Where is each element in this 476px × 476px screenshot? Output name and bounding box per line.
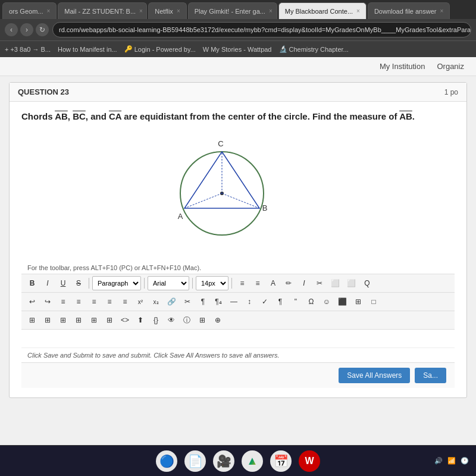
login-icon: 🔑 <box>124 45 133 53</box>
bookmark-4[interactable]: W My Stories - Wattpad <box>203 46 272 53</box>
size-select[interactable]: 14px <box>196 276 228 290</box>
quote-button[interactable]: " <box>289 295 303 309</box>
address-bar-row: ‹ › ↻ rd.com/webapps/bb-social-learning-… <box>0 19 476 40</box>
taskbar-drive-icon[interactable]: ▲ <box>242 450 263 472</box>
bottom-bar: Save All Answers Sa... <box>21 362 455 388</box>
hr-button[interactable]: — <box>227 295 241 309</box>
underline-button[interactable]: U <box>56 276 70 290</box>
indent-left-button[interactable]: ≡ <box>56 295 70 309</box>
align-left-button[interactable]: ≡ <box>87 295 101 309</box>
tab-gimkit[interactable]: Play Gimkit! - Enter ga... × <box>188 2 277 19</box>
taskbar-chrome-icon[interactable]: 🔵 <box>156 450 177 472</box>
para3-button[interactable]: ¶ <box>273 295 287 309</box>
tab-close-icon[interactable]: × <box>177 8 180 14</box>
grid5-button[interactable]: ⊞ <box>87 313 101 327</box>
tab-mail[interactable]: Mail - ZZ STUDENT: B... × <box>58 2 147 19</box>
grid1-button[interactable]: ⊞ <box>25 313 39 327</box>
bookmark-2[interactable]: How to Manifest in... <box>58 46 117 53</box>
taskbar-calendar-icon[interactable]: 📅 <box>270 450 292 472</box>
taskbar-docs-icon[interactable]: 📄 <box>184 450 206 472</box>
tab-close-icon[interactable]: × <box>356 8 360 14</box>
tab-download[interactable]: Download file answer × <box>368 2 450 19</box>
unlink-button[interactable]: ✂ <box>180 295 195 309</box>
omega-button[interactable]: Ω <box>304 295 318 309</box>
anchor-button[interactable]: ⬆ <box>133 313 148 327</box>
taskbar-meet-icon[interactable]: 🎥 <box>213 450 234 472</box>
emoji-button[interactable]: ☺ <box>320 295 334 309</box>
format-button[interactable]: I <box>297 276 311 290</box>
expand-button[interactable]: □ <box>367 295 381 309</box>
save-all-button[interactable]: Save All Answers <box>339 368 410 383</box>
tab-close-icon[interactable]: × <box>139 8 143 14</box>
strikethrough-button[interactable]: S <box>71 276 86 290</box>
grid4-button[interactable]: ⊞ <box>71 313 86 327</box>
organize-link[interactable]: Organiz <box>437 62 464 71</box>
back-button[interactable]: ‹ <box>5 23 18 36</box>
font-select[interactable]: Arial <box>148 276 189 290</box>
grid2-button[interactable]: ⊞ <box>40 313 55 327</box>
chord-ca: CA <box>109 111 121 121</box>
indent-right-button[interactable]: ≡ <box>71 295 86 309</box>
code-button[interactable]: <> <box>118 313 132 327</box>
answer-instructions: Click Save and Submit to save and submit… <box>21 347 455 362</box>
tab-netflix[interactable]: Netflix × <box>148 2 186 19</box>
search-button[interactable]: Q <box>360 276 374 290</box>
list-ol-button[interactable]: ≡ <box>250 276 265 290</box>
question-points: 1 po <box>444 88 458 96</box>
tab-close-icon[interactable]: × <box>46 8 50 14</box>
redo-button[interactable]: ↪ <box>40 295 55 309</box>
paste-button[interactable]: ⬜ <box>344 276 359 290</box>
insert-button[interactable]: ⊞ <box>195 313 209 327</box>
list-ul-button[interactable]: ≡ <box>235 276 249 290</box>
bookmark-5[interactable]: 🔬 Chemistry Chapter... <box>279 45 349 53</box>
toolbar-row2: ↩ ↪ ≡ ≡ ≡ ≡ ≡ x² x₂ 🔗 ✂ ¶ ¶₄ — ↕ ✓ ¶ " Ω… <box>21 292 455 311</box>
taskbar-office-icon[interactable]: W <box>299 450 320 472</box>
highlight-button[interactable]: ✏ <box>281 276 296 290</box>
link-button[interactable]: 🔗 <box>164 295 179 309</box>
italic-button[interactable]: I <box>40 276 55 290</box>
grid6-button[interactable]: ⊞ <box>102 313 117 327</box>
align-right-button[interactable]: ≡ <box>118 295 132 309</box>
flag-button[interactable]: ⬛ <box>335 295 350 309</box>
circle-diagram: C B A <box>162 131 281 250</box>
para-button[interactable]: ¶ <box>196 295 210 309</box>
superscript-button[interactable]: x² <box>133 295 148 309</box>
tab-close-icon[interactable]: × <box>269 8 273 14</box>
tab-close-icon[interactable]: × <box>440 8 443 14</box>
plus-button[interactable]: ⊕ <box>211 313 225 327</box>
table-button[interactable]: ⊞ <box>351 295 365 309</box>
braces-button[interactable]: {} <box>149 313 163 327</box>
tab-label: Download file answer <box>374 8 437 15</box>
sub-sup-button[interactable]: ↕ <box>242 295 256 309</box>
answer-input-area[interactable] <box>21 329 455 347</box>
bold-button[interactable]: B <box>25 276 39 290</box>
tab-blackboard[interactable]: My Blackboard Conte... × <box>278 2 367 19</box>
cut-icon-button[interactable]: ✂ <box>312 276 327 290</box>
address-bar[interactable]: rd.com/webapps/bb-social-learning-BB5944… <box>52 22 471 37</box>
copy-button[interactable]: ⬜ <box>328 276 343 290</box>
preview-button[interactable]: 👁 <box>164 313 178 327</box>
top-nav: My Institution Organiz <box>0 57 476 76</box>
bookmark-1[interactable]: + +3 8a0 → B... <box>5 46 51 53</box>
font-color-button[interactable]: A <box>266 276 280 290</box>
answer-text-input[interactable] <box>21 330 455 347</box>
separator <box>231 278 232 289</box>
undo-button[interactable]: ↩ <box>25 295 39 309</box>
style-select[interactable]: Paragraph <box>92 276 141 290</box>
check-button[interactable]: ✓ <box>258 295 272 309</box>
question-prefix: Chords <box>21 111 55 121</box>
wattpad-icon: W <box>203 46 209 53</box>
diagram-container: C B A ↖ <box>21 131 455 250</box>
tab-geom[interactable]: ors Geom... × <box>2 2 57 19</box>
my-institution-link[interactable]: My Institution <box>380 62 425 71</box>
align-center-button[interactable]: ≡ <box>102 295 117 309</box>
info-button[interactable]: ⓘ <box>180 313 194 327</box>
para2-button[interactable]: ¶₄ <box>211 295 226 309</box>
bookmarks-bar: + +3 8a0 → B... How to Manifest in... 🔑 … <box>0 40 476 57</box>
subscript-button[interactable]: x₂ <box>149 295 163 309</box>
bookmark-3[interactable]: 🔑 Login - Powered by... <box>124 45 196 53</box>
forward-button[interactable]: › <box>20 23 33 36</box>
reload-button[interactable]: ↻ <box>36 23 49 36</box>
save-button[interactable]: Sa... <box>415 368 446 383</box>
grid3-button[interactable]: ⊞ <box>56 313 70 327</box>
